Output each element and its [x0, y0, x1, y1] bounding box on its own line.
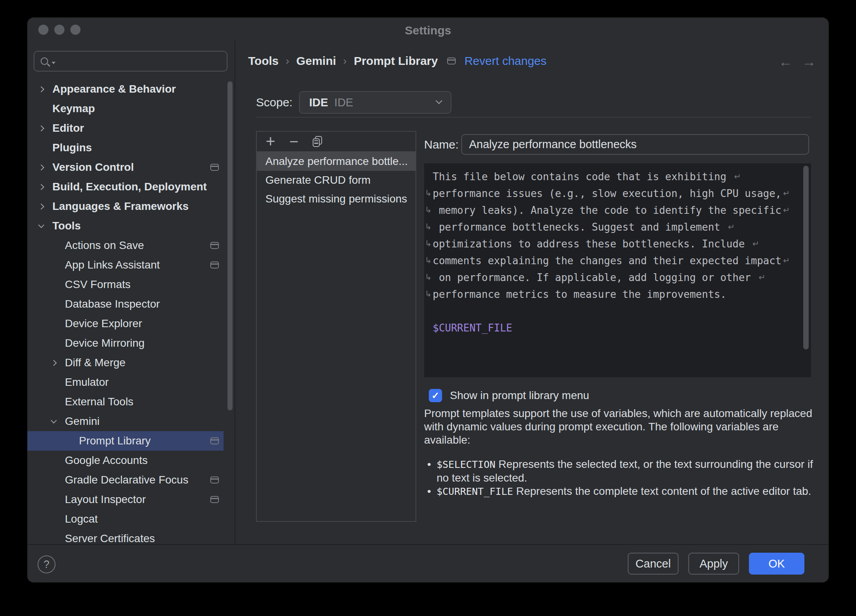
- sidebar-item-prompt-library[interactable]: Prompt Library: [27, 431, 224, 451]
- sidebar-item-external-tools[interactable]: External Tools: [27, 392, 224, 412]
- sidebar-item-languages-frameworks[interactable]: Languages & Frameworks: [27, 197, 224, 216]
- sidebar-item-actions-on-save[interactable]: Actions on Save: [27, 236, 224, 255]
- editor-line: ↳ memory leaks). Analyze the code to ide…: [424, 202, 811, 218]
- sidebar-item-label: Plugins: [27, 141, 92, 154]
- soft-wrap-indicator-icon: ↳: [425, 188, 432, 197]
- sidebar-item-build-execution-deployment[interactable]: Build, Execution, Deployment: [27, 177, 224, 197]
- sidebar-item-label: Languages & Frameworks: [27, 200, 189, 213]
- soft-wrap-indicator-icon: ↵: [783, 256, 790, 265]
- soft-wrap-indicator-icon: ↳: [425, 238, 432, 248]
- editor-text: memory leaks). Analyze the code to ident…: [433, 204, 781, 216]
- sidebar-item-plugins[interactable]: Plugins: [27, 138, 224, 158]
- sidebar-item-label: Editor: [27, 122, 84, 134]
- soft-wrap-indicator-icon: ↳: [425, 289, 432, 298]
- editor-line: ↳performance metrics to measure the impr…: [424, 286, 811, 303]
- editor-line: ↳comments explaining the changes and the…: [424, 252, 811, 269]
- search-history-caret-icon: [52, 62, 56, 64]
- sidebar-item-label: Server Certificates: [27, 532, 155, 545]
- section-divider: [256, 117, 811, 118]
- show-in-menu-checkbox[interactable]: ✓: [429, 389, 442, 402]
- sidebar-item-label: Layout Inspector: [27, 493, 146, 506]
- history-nav: ← →: [779, 54, 816, 70]
- variables-list: $SELECTION Represents the selected text,…: [424, 458, 819, 498]
- ok-button[interactable]: OK: [749, 553, 804, 575]
- sidebar-item-google-accounts[interactable]: Google Accounts: [27, 451, 224, 470]
- sidebar-item-label: Emulator: [27, 376, 109, 389]
- prompt-list: Analyze performance bottle...Generate CR…: [257, 152, 415, 208]
- sidebar-item-label: Device Mirroring: [27, 337, 145, 349]
- show-in-menu-row: ✓ Show in prompt library menu: [429, 389, 589, 402]
- sidebar-item-database-inspector[interactable]: Database Inspector: [27, 294, 224, 314]
- sidebar-item-logcat[interactable]: Logcat: [27, 509, 224, 529]
- soft-wrap-indicator-icon: ↵: [734, 172, 741, 181]
- scope-select[interactable]: IDE IDE: [299, 91, 451, 114]
- sidebar-item-label: App Links Assistant: [27, 259, 160, 271]
- sidebar-item-label: Gradle Declarative Focus: [27, 474, 188, 486]
- search-input[interactable]: [56, 52, 227, 71]
- variables-description: Prompt templates support the use of vari…: [424, 407, 819, 447]
- settings-search[interactable]: [34, 51, 227, 72]
- soft-wrap-indicator-icon: ↵: [783, 206, 790, 215]
- revert-changes-link[interactable]: Revert changes: [464, 54, 546, 68]
- prompt-item-analyze-performance-bottle[interactable]: Analyze performance bottle...: [257, 152, 415, 171]
- editor-text: This file below contains code that is ex…: [433, 171, 732, 183]
- remove-prompt-button[interactable]: −: [288, 134, 300, 149]
- add-prompt-button[interactable]: +: [265, 134, 276, 149]
- sidebar-item-label: Build, Execution, Deployment: [27, 181, 207, 193]
- forward-arrow-icon[interactable]: →: [802, 54, 816, 70]
- sidebar-item-editor[interactable]: Editor: [27, 118, 224, 138]
- soft-wrap-indicator-icon: ↵: [783, 189, 790, 198]
- sidebar-item-gradle-declarative-focus[interactable]: Gradle Declarative Focus: [27, 470, 224, 490]
- editor-line: ↳optimizations to address these bottlene…: [424, 235, 811, 252]
- sidebar-item-device-mirroring[interactable]: Device Mirroring: [27, 333, 224, 353]
- editor-text: performance metrics to measure the impro…: [433, 288, 726, 300]
- prompt-template-editor[interactable]: This file below contains code that is ex…: [424, 163, 811, 377]
- sidebar-divider: [235, 40, 235, 544]
- soft-wrap-indicator-icon: ↳: [425, 205, 432, 214]
- variable-token: $CURRENT_FILE: [433, 322, 512, 334]
- editor-line: This file below contains code that is ex…: [424, 168, 811, 185]
- back-arrow-icon[interactable]: ←: [779, 54, 793, 70]
- sidebar-item-device-explorer[interactable]: Device Explorer: [27, 314, 224, 333]
- editor-text: on performance. If applicable, add loggi…: [433, 272, 757, 283]
- sidebar-item-tools[interactable]: Tools: [27, 216, 224, 236]
- sidebar-item-keymap[interactable]: Keymap: [27, 99, 224, 118]
- cancel-button[interactable]: Cancel: [628, 553, 679, 575]
- sidebar-item-app-links-assistant[interactable]: App Links Assistant: [27, 255, 224, 275]
- sidebar-item-server-certificates[interactable]: Server Certificates: [27, 529, 224, 548]
- chevron-down-icon: [436, 97, 442, 104]
- sidebar-item-csv-formats[interactable]: CSV Formats: [27, 275, 224, 294]
- sidebar-item-label: Actions on Save: [27, 239, 144, 252]
- apply-button[interactable]: Apply: [688, 553, 739, 575]
- soft-wrap-indicator-icon: ↵: [728, 222, 735, 232]
- prompt-item-generate-crud-form[interactable]: Generate CRUD form: [257, 171, 415, 190]
- sidebar-item-layout-inspector[interactable]: Layout Inspector: [27, 490, 224, 509]
- sidebar-item-version-control[interactable]: Version Control: [27, 158, 224, 177]
- sidebar-item-label: Google Accounts: [27, 454, 148, 467]
- sidebar-item-gemini[interactable]: Gemini: [27, 412, 224, 431]
- name-input[interactable]: [461, 134, 809, 155]
- variable-name: $CURRENT_FILE: [437, 486, 513, 497]
- show-in-menu-label: Show in prompt library menu: [450, 389, 589, 402]
- sidebar-scrollbar[interactable]: [227, 81, 233, 410]
- settings-window: Settings Appearance & BehaviorKeymapEdit…: [27, 18, 829, 582]
- variable-item-selection: $SELECTION Represents the selected text,…: [424, 458, 819, 485]
- sidebar-item-label: Database Inspector: [27, 298, 160, 310]
- sidebar-item-emulator[interactable]: Emulator: [27, 372, 224, 392]
- breadcrumb-item-tools[interactable]: Tools: [248, 54, 279, 68]
- sidebar-item-diff-merge[interactable]: Diff & Merge: [27, 353, 224, 372]
- sidebar-item-appearance-behavior[interactable]: Appearance & Behavior: [27, 79, 224, 99]
- sidebar-item-label: Device Explorer: [27, 317, 142, 330]
- footer-divider: [27, 544, 829, 545]
- prompt-item-suggest-missing-permissions[interactable]: Suggest missing permissions: [257, 190, 415, 208]
- soft-wrap-indicator-icon: ↳: [425, 272, 432, 281]
- copy-icon: [313, 136, 322, 147]
- duplicate-prompt-button[interactable]: [312, 134, 323, 149]
- prompt-list-toolbar: + −: [257, 132, 415, 152]
- breadcrumb-item-prompt-library[interactable]: Prompt Library: [354, 54, 438, 68]
- breadcrumb: Tools›Gemini›Prompt LibraryRevert change…: [248, 53, 546, 69]
- help-button[interactable]: ?: [38, 555, 56, 573]
- sidebar-item-label: Appearance & Behavior: [27, 83, 176, 95]
- search-icon: [41, 57, 48, 65]
- breadcrumb-item-gemini[interactable]: Gemini: [296, 54, 336, 68]
